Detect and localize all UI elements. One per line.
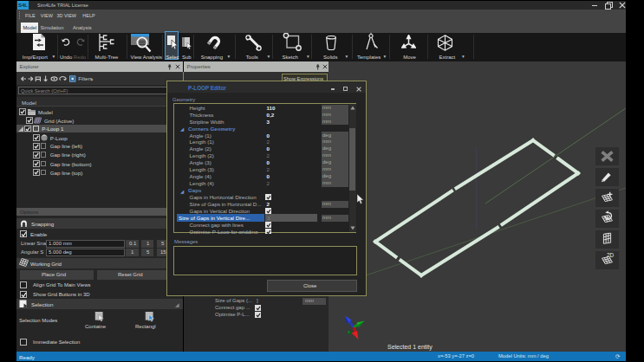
- svg-text:2D: 2D: [607, 252, 615, 258]
